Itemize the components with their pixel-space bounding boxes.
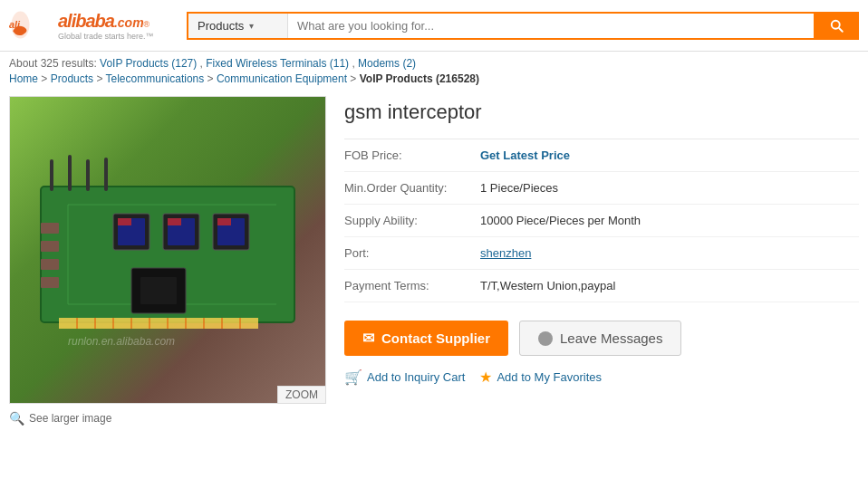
svg-rect-18 xyxy=(41,241,59,252)
logo-area: ali alibaba.com® Global trade starts her… xyxy=(9,7,172,43)
breadcrumb-products[interactable]: Products xyxy=(51,72,93,85)
svg-rect-17 xyxy=(41,223,59,234)
message-icon xyxy=(538,331,553,346)
breadcrumb-home[interactable]: Home xyxy=(9,72,38,85)
spec-label-supply: Supply Ability: xyxy=(344,214,480,227)
spec-label-payment: Payment Terms: xyxy=(344,279,480,292)
search-button[interactable] xyxy=(814,14,859,38)
magnify-icon: 🔍 xyxy=(9,411,24,426)
leave-messages-label: Leave Messages xyxy=(560,330,662,346)
add-to-cart-button[interactable]: 🛒 Add to Inquiry Cart xyxy=(344,369,465,386)
add-to-cart-label: Add to Inquiry Cart xyxy=(367,370,465,384)
breadcrumb: Home > Products > Telecommunications > C… xyxy=(9,72,859,85)
contact-supplier-button[interactable]: ✉ Contact Supplier xyxy=(344,321,508,356)
results-summary: About 325 results: VoIP Products (127) ,… xyxy=(9,57,859,70)
svg-text:runlon.en.alibaba.com: runlon.en.alibaba.com xyxy=(68,335,175,348)
svg-rect-12 xyxy=(118,218,131,225)
spec-value-payment: T/T,Western Union,paypal xyxy=(480,279,859,292)
product-image-box: runlon.en.alibaba.com ZOOM xyxy=(9,96,326,404)
svg-rect-14 xyxy=(217,218,231,225)
spec-value-fob[interactable]: Get Latest Price xyxy=(480,148,859,162)
logo-tagline: Global trade starts here.™ xyxy=(58,32,154,41)
svg-rect-23 xyxy=(86,159,90,191)
add-to-favorites-label: Add to My Favorites xyxy=(497,370,602,384)
filter-modems[interactable]: Modems (2) xyxy=(358,57,416,70)
filter-wireless[interactable]: Fixed Wireless Terminals (11) xyxy=(206,57,352,70)
spec-row-payment: Payment Terms: T/T,Western Union,paypal xyxy=(344,270,859,302)
see-larger-button[interactable]: 🔍 See larger image xyxy=(9,404,326,433)
spec-value-minorder: 1 Piece/Pieces xyxy=(480,181,859,195)
spec-label-minorder: Min.Order Quantity: xyxy=(344,181,480,195)
svg-rect-22 xyxy=(68,155,72,191)
spec-row-fob: FOB Price: Get Latest Price xyxy=(344,139,859,172)
category-label: Products xyxy=(198,19,244,33)
breadcrumb-current: VoIP Products (216528) xyxy=(360,72,479,85)
main-content: runlon.en.alibaba.com ZOOM 🔍 See larger … xyxy=(0,87,868,442)
email-icon: ✉ xyxy=(362,330,374,347)
category-select[interactable]: Products ▾ xyxy=(188,14,288,38)
product-image: runlon.en.alibaba.com xyxy=(10,97,325,403)
search-input[interactable] xyxy=(288,14,814,38)
see-larger-label: See larger image xyxy=(29,412,111,425)
breadcrumb-telecom[interactable]: Telecommunications xyxy=(106,72,205,85)
search-icon xyxy=(828,17,844,34)
svg-rect-25 xyxy=(59,318,258,329)
svg-rect-19 xyxy=(41,259,59,270)
leave-messages-button[interactable]: Leave Messages xyxy=(519,321,681,356)
spec-label-port: Port: xyxy=(344,246,480,260)
cart-icon: 🛒 xyxy=(344,369,362,386)
image-panel: runlon.en.alibaba.com ZOOM 🔍 See larger … xyxy=(9,96,326,433)
contact-supplier-label: Contact Supplier xyxy=(381,330,490,346)
search-bar: Products ▾ xyxy=(187,12,859,40)
spec-row-supply: Supply Ability: 10000 Piece/Pieces per M… xyxy=(344,205,859,237)
action-buttons: ✉ Contact Supplier Leave Messages xyxy=(344,321,859,356)
add-to-favorites-button[interactable]: ★ Add to My Favorites xyxy=(479,369,602,386)
pcb-illustration: runlon.en.alibaba.com xyxy=(23,150,313,350)
zoom-label: ZOOM xyxy=(277,386,325,403)
spec-value-port[interactable]: shenzhen xyxy=(480,246,859,260)
spec-value-supply: 10000 Piece/Pieces per Month xyxy=(480,214,859,227)
alibaba-logo-icon: ali xyxy=(9,7,54,43)
spec-row-minorder: Min.Order Quantity: 1 Piece/Pieces xyxy=(344,172,859,205)
svg-rect-13 xyxy=(168,218,181,225)
detail-panel: gsm interceptor FOB Price: Get Latest Pr… xyxy=(344,96,859,433)
product-specs: FOB Price: Get Latest Price Min.Order Qu… xyxy=(344,139,859,302)
secondary-actions: 🛒 Add to Inquiry Cart ★ Add to My Favori… xyxy=(344,369,859,386)
breadcrumb-comm-eq[interactable]: Communication Equipment xyxy=(217,72,347,85)
svg-rect-16 xyxy=(140,277,177,304)
svg-rect-20 xyxy=(41,277,59,288)
spec-label-fob: FOB Price: xyxy=(344,148,480,162)
filter-voip[interactable]: VoIP Products (127) xyxy=(100,57,200,70)
results-count: About 325 results: xyxy=(9,57,97,70)
star-icon: ★ xyxy=(479,369,492,386)
product-title: gsm interceptor xyxy=(344,101,859,124)
spec-row-port: Port: shenzhen xyxy=(344,237,859,270)
logo-text: alibaba.com® Global trade starts here.™ xyxy=(58,11,154,41)
svg-rect-24 xyxy=(104,158,108,191)
svg-rect-21 xyxy=(50,159,53,191)
breadcrumb-area: About 325 results: VoIP Products (127) ,… xyxy=(0,52,868,87)
header: ali alibaba.com® Global trade starts her… xyxy=(0,0,868,52)
chevron-down-icon: ▾ xyxy=(249,21,254,31)
alibaba-brand: alibaba.com® xyxy=(58,11,154,32)
